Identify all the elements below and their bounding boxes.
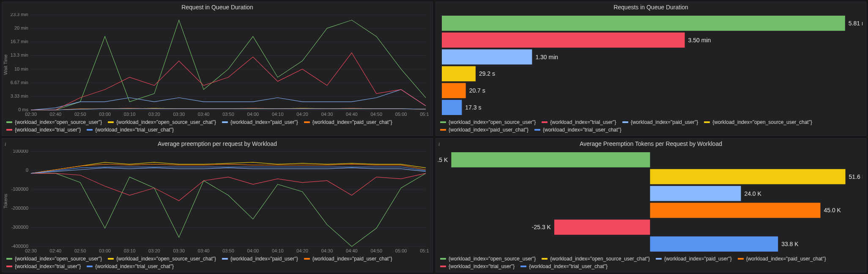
legend-item[interactable]: {workload_index="paid_user_chat"} <box>738 256 826 262</box>
svg-text:03:20: 03:20 <box>148 248 160 253</box>
legend-item[interactable]: {workload_index="paid_user_chat"} <box>440 127 528 133</box>
chart-area[interactable]: 5.81 min3.50 min1.30 min29.2 s20.7 s17.3… <box>438 13 863 118</box>
legend-item[interactable]: {workload_index="paid_user_chat"} <box>304 119 392 125</box>
svg-text:05:00: 05:00 <box>395 248 407 253</box>
legend-item[interactable]: {workload_index="paid_user"} <box>656 256 732 262</box>
svg-text:03:10: 03:10 <box>124 112 136 117</box>
info-icon[interactable]: i <box>5 141 6 148</box>
svg-text:04:30: 04:30 <box>321 112 333 117</box>
legend-swatch <box>542 258 548 260</box>
legend-item[interactable]: {workload_index="paid_user"} <box>622 119 698 125</box>
legend-swatch <box>704 121 710 123</box>
legend-item[interactable]: {workload_index="paid_user"} <box>222 256 298 262</box>
legend-item[interactable]: {workload_index="trial_user"} <box>6 263 81 269</box>
legend-item[interactable]: {workload_index="paid_user"} <box>222 119 298 125</box>
svg-text:04:20: 04:20 <box>296 248 308 253</box>
svg-text:20 min: 20 min <box>14 25 28 30</box>
legend-label: {workload_index="paid_user_chat"} <box>746 256 826 262</box>
legend-label: {workload_index="trial_user_chat"} <box>95 127 174 133</box>
svg-text:02:40: 02:40 <box>50 248 62 253</box>
svg-text:04:30: 04:30 <box>321 248 333 253</box>
legend-label: {workload_index="open_source_user"} <box>15 119 102 125</box>
chart-area[interactable]: -400000-300000-200000-100000010000002:30… <box>11 150 429 254</box>
panel-preempt-timeseries[interactable]: i Average preemption per request by Work… <box>2 138 433 272</box>
legend-swatch <box>304 121 310 123</box>
legend-item[interactable]: {workload_index="paid_user_chat"} <box>304 256 392 262</box>
legend-item[interactable]: {workload_index="trial_user_chat"} <box>87 127 174 133</box>
svg-text:02:30: 02:30 <box>25 248 37 253</box>
legend-label: {workload_index="open_source_user"} <box>449 119 536 125</box>
legend: {workload_index="open_source_user"}{work… <box>436 254 866 272</box>
svg-text:03:00: 03:00 <box>99 248 111 253</box>
svg-text:02:50: 02:50 <box>74 248 86 253</box>
legend-swatch <box>108 121 114 123</box>
svg-text:10 min: 10 min <box>14 66 28 71</box>
svg-text:13.3 min: 13.3 min <box>11 52 28 58</box>
y-axis-label: Tokens <box>2 148 9 254</box>
panel-title: Request in Queue Duration <box>2 2 433 11</box>
panel-title: Requests in Queue Duration <box>436 2 866 11</box>
legend-item[interactable]: {workload_index="open_source_user"} <box>440 119 536 125</box>
legend-label: {workload_index="paid_user_chat"} <box>449 127 528 133</box>
info-icon[interactable]: i <box>438 141 440 148</box>
legend-swatch <box>6 258 12 260</box>
legend-label: {workload_index="trial_user"} <box>15 127 81 133</box>
svg-rect-35 <box>442 33 685 48</box>
svg-text:-300000: -300000 <box>11 225 28 230</box>
panel-queue-bar[interactable]: Requests in Queue Duration 5.81 min3.50 … <box>435 2 866 136</box>
legend-item[interactable]: {workload_index="trial_user_chat"} <box>87 263 174 269</box>
svg-text:24.0 K: 24.0 K <box>744 190 761 197</box>
svg-text:02:30: 02:30 <box>25 112 37 117</box>
panel-preempt-bar[interactable]: i Average Preemption Tokens per Request … <box>435 138 866 272</box>
dashboard-grid: Request in Queue Duration Wait Time 0 ms… <box>0 0 868 274</box>
legend-swatch <box>656 258 662 260</box>
legend-label: {workload_index="trial_user"} <box>15 263 81 269</box>
legend-swatch <box>440 121 446 123</box>
chart-area[interactable]: -52.5 K51.6 K24.0 K45.0 K-25.3 K33.8 K <box>438 150 863 254</box>
legend-label: {workload_index="paid_user"} <box>631 119 698 125</box>
svg-rect-76 <box>650 169 846 184</box>
legend-item[interactable]: {workload_index="open_source_user_chat"} <box>704 119 812 125</box>
legend-item[interactable]: {workload_index="open_source_user_chat"} <box>542 256 650 262</box>
svg-text:-200000: -200000 <box>11 206 28 211</box>
svg-text:04:00: 04:00 <box>247 112 259 117</box>
svg-text:03:30: 03:30 <box>173 248 185 253</box>
legend-swatch <box>542 121 548 123</box>
svg-text:5.81 min: 5.81 min <box>849 20 863 27</box>
svg-text:6.67 min: 6.67 min <box>11 80 28 85</box>
legend-swatch <box>304 258 310 260</box>
chart-area[interactable]: 0 ms3.33 min6.67 min10 min13.3 min16.7 m… <box>11 13 429 118</box>
legend-item[interactable]: {workload_index="open_source_user"} <box>440 256 536 262</box>
panel-queue-timeseries[interactable]: Request in Queue Duration Wait Time 0 ms… <box>2 2 433 136</box>
svg-text:04:10: 04:10 <box>272 248 284 253</box>
legend-item[interactable]: {workload_index="open_source_user"} <box>6 256 102 262</box>
legend-item[interactable]: {workload_index="trial_user"} <box>6 127 81 133</box>
legend-item[interactable]: {workload_index="open_source_user_chat"} <box>108 119 216 125</box>
legend-swatch <box>87 129 93 131</box>
svg-text:03:50: 03:50 <box>222 248 234 253</box>
legend-item[interactable]: {workload_index="trial_user"} <box>542 119 616 125</box>
svg-text:-100000: -100000 <box>11 186 28 192</box>
legend-item[interactable]: {workload_index="open_source_user"} <box>6 119 102 125</box>
svg-text:04:00: 04:00 <box>247 248 259 253</box>
svg-text:03:50: 03:50 <box>222 112 234 117</box>
legend: {workload_index="open_source_user"}{work… <box>2 254 433 272</box>
svg-text:20.7 s: 20.7 s <box>469 87 485 94</box>
legend-item[interactable]: {workload_index="trial_user_chat"} <box>534 127 622 133</box>
svg-rect-74 <box>451 152 650 167</box>
svg-text:3.33 min: 3.33 min <box>11 93 28 99</box>
legend-label: {workload_index="trial_user"} <box>550 119 616 125</box>
svg-text:16.7 min: 16.7 min <box>11 39 28 44</box>
svg-text:-25.3 K: -25.3 K <box>532 224 551 230</box>
svg-text:02:40: 02:40 <box>50 112 62 117</box>
legend-item[interactable]: {workload_index="trial_user_chat"} <box>520 263 608 269</box>
legend-label: {workload_index="open_source_user"} <box>449 256 536 262</box>
legend-item[interactable]: {workload_index="open_source_user_chat"} <box>108 256 216 262</box>
legend-label: {workload_index="open_source_user_chat"} <box>116 119 216 125</box>
svg-text:33.8 K: 33.8 K <box>781 241 799 247</box>
legend-item[interactable]: {workload_index="trial_user"} <box>440 263 515 269</box>
legend-swatch <box>222 121 228 123</box>
svg-text:03:00: 03:00 <box>99 112 111 117</box>
svg-text:04:50: 04:50 <box>370 112 382 117</box>
svg-rect-43 <box>442 100 462 115</box>
